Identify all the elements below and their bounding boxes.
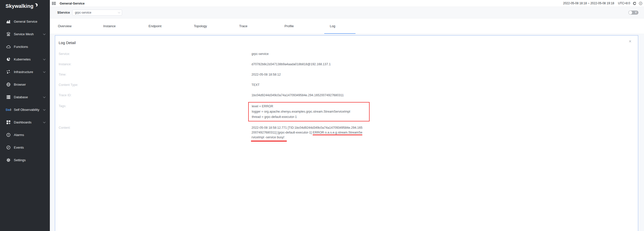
tab-overview[interactable]: Overview — [58, 18, 103, 34]
field-label: Trace ID: — [55, 93, 252, 98]
field-value: grpc-service — [252, 52, 269, 56]
tab-topology[interactable]: Topology — [194, 18, 239, 34]
sidebar-item-label: Browser — [14, 83, 26, 86]
tag-line: level = ERROR — [252, 104, 366, 109]
logo-text: Skywalking — [6, 3, 33, 9]
sidebar-item-settings[interactable]: Settings — [0, 154, 50, 166]
chevron-down-icon — [43, 70, 46, 73]
bar-chart-icon — [6, 19, 11, 24]
database-icon — [6, 95, 11, 99]
sidebar-item-database[interactable]: Database — [0, 91, 50, 103]
field-row-content: Content: 2022-05-08 18:58:12.771 [TID:1b… — [55, 123, 638, 142]
tag-line: thread = grpc-default-executor-1 — [252, 114, 366, 120]
field-row-trace-id: Trace ID: 1bc04d9244d349c0a74a1470934958… — [55, 90, 638, 101]
content-area: × Log Detail Service: grpc-service Insta… — [50, 34, 644, 231]
sidebar-item-infrastructure[interactable]: Infrastructure — [0, 65, 50, 78]
field-label: Instance: — [55, 62, 252, 67]
layers-icon — [6, 32, 11, 36]
sidebar-collapse-icon[interactable] — [52, 2, 56, 5]
red-underline-annotation: ERROR o.a.s.e.g.stream.StreamSe — [313, 131, 362, 135]
chevron-down-icon — [43, 32, 46, 35]
chevron-down-icon — [43, 121, 46, 123]
log-content-line: rviceImpl -service busy! — [252, 135, 363, 140]
service-tabs: Overview Instance Endpoint Topology Trac… — [50, 18, 644, 34]
log-detail-panel: × Log Detail Service: grpc-service Insta… — [55, 35, 638, 231]
field-label: Content Type: — [55, 83, 252, 87]
globe-icon — [6, 82, 11, 87]
field-row-tags: Tags: level = ERROR logger = org.apache.… — [55, 101, 638, 123]
tab-instance[interactable]: Instance — [103, 18, 149, 34]
dots-icon — [6, 70, 11, 74]
sidebar-item-label: Settings — [14, 158, 26, 162]
time-range[interactable]: 2022-05-08 18:18 ~ 2022-05-08 19:18 — [563, 2, 614, 5]
gear-icon — [6, 158, 11, 162]
close-icon[interactable]: × — [629, 39, 631, 44]
sidebar-item-kubernetes[interactable]: Kubernetes — [0, 53, 50, 65]
timezone[interactable]: UTC+8:0 — [618, 2, 630, 5]
sidebar-item-label: Events — [14, 146, 24, 149]
sidebar-item-label: Database — [14, 95, 28, 99]
page-title: General-Service — [60, 2, 85, 5]
sidebar-item-functions[interactable]: Functions — [0, 40, 50, 53]
sidebar-item-browser[interactable]: Browser — [0, 78, 50, 91]
tab-trace[interactable]: Trace — [239, 18, 284, 34]
skywalking-app: Skywalking General Service Service Mesh — [0, 0, 644, 231]
header-right: 2022-05-08 18:18 ~ 2022-05-08 19:18 UTC+… — [563, 2, 644, 5]
sidebar-item-label: Self Observability — [14, 108, 39, 112]
sidebar-item-label: Service Mesh — [14, 32, 34, 36]
red-underline-annotation: rviceImpl -service busy! — [252, 135, 284, 140]
tags-annotation-box: level = ERROR logger = org.apache.shenyu… — [248, 102, 370, 121]
toggle-label: V — [635, 11, 637, 14]
service-select-value: grpc-service — [75, 11, 118, 14]
pie-icon — [6, 57, 11, 61]
chevron-down-icon — [118, 11, 120, 13]
sidebar-item-service-mesh[interactable]: Service Mesh — [0, 28, 50, 40]
version-toggle[interactable]: V — [628, 11, 638, 15]
sidebar-item-label: Infrastructure — [14, 70, 33, 74]
field-label: Tags: — [55, 102, 252, 109]
field-value: TEXT — [252, 83, 260, 87]
log-content-line: 20074927680311] [grpc-default-executor-1… — [252, 130, 363, 135]
sidebar-nav: General Service Service Mesh Functions — [0, 15, 50, 166]
tab-profile[interactable]: Profile — [284, 18, 330, 34]
timer-icon — [6, 145, 11, 150]
sidebar: Skywalking General Service Service Mesh — [0, 0, 50, 231]
field-label: Time: — [55, 72, 252, 77]
skywalking-logo: Skywalking — [0, 0, 50, 9]
field-row-service: Service: grpc-service — [55, 49, 638, 59]
chevron-down-icon — [43, 95, 46, 98]
service-select[interactable]: grpc-service — [72, 10, 122, 16]
moon-crescent-icon — [34, 3, 38, 7]
cloud-icon — [6, 44, 11, 49]
top-header: General-Service 2022-05-08 18:18 ~ 2022-… — [50, 0, 644, 7]
main-area: General-Service 2022-05-08 18:18 ~ 2022-… — [50, 0, 644, 231]
field-label: Service: — [55, 52, 252, 56]
sidebar-item-label: Kubernetes — [14, 57, 31, 61]
sidebar-item-alarms[interactable]: Alarms — [0, 128, 50, 141]
sidebar-item-self-observability[interactable]: Sw) Self Observability — [0, 103, 50, 116]
panel-title: Log Detail — [59, 41, 638, 45]
chevron-down-icon — [43, 108, 46, 111]
field-row-instance: Instance: d70782b8c2d347138b9a4aada018b8… — [55, 59, 638, 70]
sidebar-item-label: Functions — [14, 45, 28, 49]
sidebar-item-label: Dashboards — [14, 120, 31, 124]
sidebar-item-label: General Service — [14, 20, 37, 23]
refresh-icon[interactable] — [633, 2, 636, 5]
field-value: 1bc04d9244d349c0a74a14709349584e.294.165… — [252, 93, 344, 98]
field-value: d70782b8c2d347138b9a4aada018b818@192.168… — [252, 62, 331, 67]
sidebar-item-dashboards[interactable]: Dashboards — [0, 116, 50, 128]
toggle-knob — [629, 11, 632, 14]
sidebar-item-general-service[interactable]: General Service — [0, 15, 50, 28]
sidebar-item-label: Alarms — [14, 133, 24, 137]
service-variable-label: $Service — [57, 11, 70, 14]
service-toolbar: $Service grpc-service V — [50, 7, 644, 18]
chevron-down-icon — [43, 58, 46, 60]
alarm-icon — [6, 133, 11, 137]
sw-logo-icon: Sw) — [6, 107, 11, 112]
tab-log[interactable]: Log — [330, 18, 375, 34]
field-row-content-type: Content Type: TEXT — [55, 80, 638, 90]
sidebar-item-events[interactable]: Events — [0, 141, 50, 154]
tab-endpoint[interactable]: Endpoint — [149, 18, 194, 34]
info-icon[interactable]: i — [639, 2, 642, 5]
tag-line: logger = org.apache.shenyu.examples.grpc… — [252, 109, 366, 114]
